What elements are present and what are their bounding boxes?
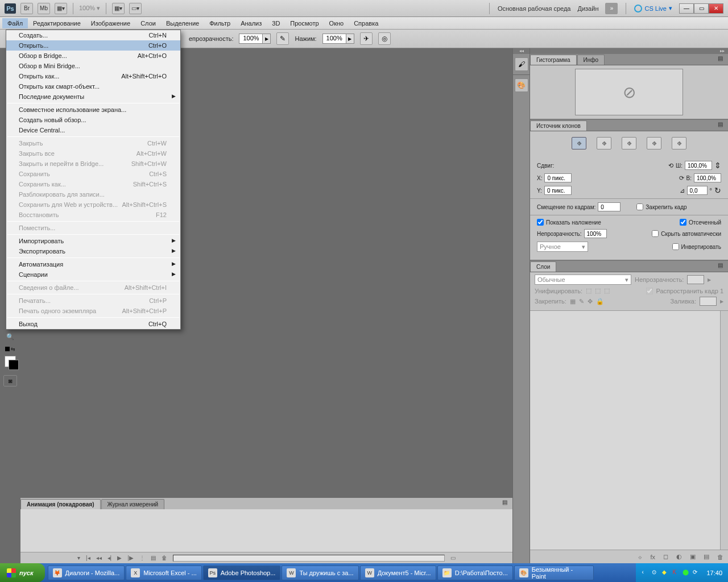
tab-clone-source[interactable]: Источник клонов — [530, 120, 587, 131]
dock-icon-brush[interactable]: 🖌 — [515, 57, 528, 71]
tray-icon[interactable]: ◆ — [662, 569, 670, 577]
tab-animation[interactable]: Анимация (покадровая) — [20, 499, 101, 509]
pressure-size-button[interactable]: ◎ — [378, 32, 391, 45]
auto-hide-checkbox[interactable] — [652, 230, 659, 237]
menu-filter[interactable]: Фильтр — [204, 18, 235, 28]
delete-layer-icon[interactable]: 🗑 — [717, 554, 723, 560]
dock-expand-toggle[interactable]: ◂◂ — [513, 48, 530, 54]
reset-transform-button[interactable]: ↻ — [714, 186, 721, 195]
menu-window[interactable]: Окно — [324, 18, 349, 28]
layer-opacity-input[interactable] — [687, 275, 704, 284]
tab-layers[interactable]: Слои — [530, 261, 556, 272]
zoom-tool[interactable]: 🔍 — [3, 331, 17, 342]
layer-style-icon[interactable]: fx — [650, 554, 655, 560]
menu-analysis[interactable]: Анализ — [235, 18, 267, 28]
taskbar-item[interactable]: 🦊Диалоги - Mozilla... — [48, 566, 125, 580]
overlay-opacity-input[interactable] — [584, 229, 607, 238]
tray-icon[interactable]: ⊙ — [652, 569, 660, 577]
workspace-more-button[interactable]: » — [605, 3, 618, 14]
first-frame-button[interactable]: |◂ — [86, 555, 90, 561]
workspace-design[interactable]: Дизайн — [577, 5, 598, 12]
panel-menu-icon[interactable]: ▤ — [718, 121, 726, 128]
flow-input[interactable]: 100% — [322, 34, 346, 44]
lock-pixels-icon[interactable]: ✎ — [579, 298, 584, 305]
menu-image[interactable]: Изображение — [86, 18, 135, 28]
clone-source-5[interactable]: ⎆ — [672, 137, 686, 149]
overlay-mode-select[interactable]: Ручное▾ — [537, 242, 588, 252]
taskbar-item[interactable]: WТы дружишь с за... — [282, 566, 358, 580]
maximize-button[interactable]: ▭ — [694, 3, 709, 14]
menu-layer[interactable]: Слои — [135, 18, 161, 28]
panel-menu-icon[interactable]: ▤ — [718, 55, 726, 62]
new-layer-icon[interactable]: ▤ — [704, 553, 709, 560]
taskbar-item[interactable]: PsAdobe Photoshop... — [203, 566, 281, 580]
file-menu-item[interactable]: Открыть...Ctrl+O — [6, 40, 180, 51]
swap-colors-icon[interactable]: ⇆ — [3, 343, 17, 355]
file-menu-item[interactable]: Создать...Ctrl+N — [6, 30, 180, 40]
tray-icon[interactable]: ⬤ — [682, 569, 690, 577]
lock-aspect-icon[interactable]: ⇕ — [714, 161, 721, 170]
clone-source-4[interactable]: ⎆ — [647, 137, 661, 149]
link-wh-icon[interactable]: ⟲ — [668, 162, 673, 169]
flow-flyout[interactable]: ▶ — [346, 34, 354, 44]
tab-info[interactable]: Инфо — [577, 55, 605, 65]
cs-live-button[interactable]: CS Live ▾ — [634, 5, 672, 13]
lock-transparency-icon[interactable]: ▦ — [570, 298, 576, 305]
menu-view[interactable]: Просмотр — [285, 18, 324, 28]
file-menu-item[interactable]: Обзор в Bridge...Alt+Ctrl+O — [6, 51, 180, 61]
tween-button[interactable]: ⋮ — [139, 555, 145, 561]
file-menu-item[interactable]: Открыть как...Alt+Shift+Ctrl+O — [6, 71, 180, 81]
panels-collapse-toggle[interactable]: ▸▸ — [530, 48, 728, 54]
menu-help[interactable]: Справка — [349, 18, 383, 28]
start-button[interactable]: пуск — [0, 563, 45, 582]
show-overlay-checkbox[interactable] — [537, 219, 544, 226]
tray-icon[interactable]: K — [672, 569, 680, 577]
rotate-icon[interactable]: ⟳ — [679, 174, 684, 182]
file-menu-item[interactable]: Последние документы▶ — [6, 92, 180, 102]
convert-timeline-button[interactable]: ▭ — [450, 555, 456, 561]
close-button[interactable]: ✕ — [709, 3, 723, 14]
taskbar-item[interactable]: WДокумент5 - Micr... — [360, 566, 436, 580]
file-menu-item[interactable]: Обзор в Mini Bridge... — [6, 61, 180, 71]
unify-visibility-icon[interactable]: ⬚ — [595, 287, 601, 294]
tray-expand-icon[interactable]: ‹ — [642, 569, 650, 577]
zoom-level-select[interactable]: 100% ▾ — [79, 5, 100, 12]
lock-frame-checkbox[interactable] — [636, 203, 643, 210]
invert-checkbox[interactable] — [672, 243, 679, 250]
layer-mask-icon[interactable]: ◻ — [663, 553, 668, 560]
adjustment-layer-icon[interactable]: ◐ — [676, 553, 682, 560]
view-extras-button[interactable]: ▦▾ — [55, 3, 67, 14]
file-menu-item[interactable]: ВыходCtrl+Q — [6, 319, 180, 329]
menu-select[interactable]: Выделение — [161, 18, 204, 28]
lock-position-icon[interactable]: ✥ — [588, 298, 593, 305]
file-menu-item[interactable]: Открыть как смарт-объект... — [6, 81, 180, 92]
file-menu-item[interactable]: Совместное использование экрана... — [6, 105, 180, 115]
file-menu-item[interactable]: Импортировать▶ — [6, 236, 180, 246]
pressure-opacity-button[interactable]: ✎ — [276, 32, 289, 45]
duplicate-frame-button[interactable]: ▤ — [151, 555, 156, 561]
minimize-button[interactable]: — — [679, 3, 694, 14]
h-input[interactable] — [694, 173, 721, 182]
layers-scrollbar[interactable] — [720, 311, 728, 550]
menu-3d[interactable]: 3D — [267, 18, 285, 28]
file-menu-item[interactable]: Создать новый обзор... — [6, 115, 180, 125]
lock-all-icon[interactable]: 🔒 — [596, 298, 604, 305]
prev-frame-button[interactable]: ◂◂ — [96, 555, 102, 561]
airbrush-button[interactable]: ✈ — [360, 32, 373, 45]
foreground-background-colors[interactable] — [3, 356, 17, 367]
animation-scrollbar[interactable] — [173, 555, 445, 562]
delete-frame-button[interactable]: 🗑 — [162, 555, 167, 561]
clone-source-3[interactable]: ⎆ — [622, 137, 636, 149]
fill-input[interactable] — [700, 297, 717, 306]
clone-source-2[interactable]: ⎆ — [597, 137, 611, 149]
arrange-documents-button[interactable]: ▦▾ — [112, 3, 125, 14]
unify-style-icon[interactable]: ⬚ — [604, 287, 610, 294]
blend-mode-select[interactable]: Обычные▾ — [535, 275, 631, 285]
screen-mode-button[interactable]: ▭▾ — [129, 3, 142, 14]
taskbar-clock[interactable]: 17:40 — [706, 569, 722, 576]
tray-icon[interactable]: ⟳ — [693, 569, 701, 577]
menu-edit[interactable]: Редактирование — [28, 18, 86, 28]
taskbar-item[interactable]: XMicrosoft Excel - ... — [126, 566, 202, 580]
file-menu-item[interactable]: Сценарии▶ — [6, 269, 180, 280]
frame-offset-input[interactable] — [598, 202, 621, 211]
